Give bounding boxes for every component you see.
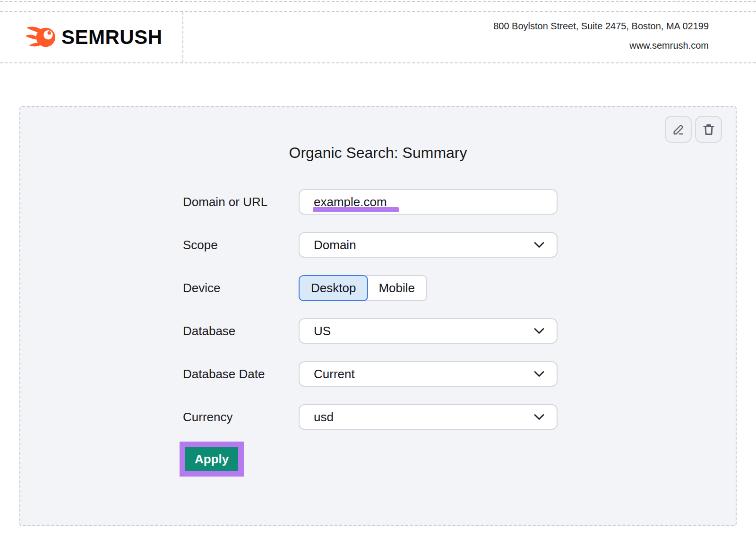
- semrush-logo-text: SEMRUSH: [61, 26, 163, 49]
- chevron-down-icon: [534, 242, 544, 248]
- chevron-down-icon: [534, 328, 544, 334]
- domain-label: Domain or URL: [183, 189, 267, 215]
- chevron-down-icon: [534, 414, 544, 420]
- header-column-divider: [182, 12, 183, 62]
- database-date-select[interactable]: Current: [299, 361, 558, 387]
- field-row-device: Device Desktop Mobile: [20, 275, 736, 302]
- report-header: SEMRUSH 800 Boylston Street, Suite 2475,…: [0, 11, 756, 63]
- widget-card: Organic Search: Summary Domain or URL ex…: [19, 106, 737, 526]
- device-option-desktop[interactable]: Desktop: [299, 275, 368, 301]
- delete-widget-button[interactable]: [695, 116, 722, 143]
- header-contact: 800 Boylston Street, Suite 2475, Boston,…: [493, 20, 709, 51]
- edit-widget-button[interactable]: [665, 116, 692, 143]
- highlight-outline: Apply: [180, 442, 244, 477]
- top-divider: [0, 1, 756, 2]
- database-select[interactable]: US: [299, 318, 558, 344]
- domain-input[interactable]: example.com: [299, 189, 558, 215]
- chevron-down-icon: [534, 371, 544, 377]
- database-date-select-value: Current: [314, 367, 355, 382]
- semrush-flame-icon: [26, 25, 57, 50]
- field-row-database-date: Database Date Current: [20, 361, 736, 388]
- database-date-label: Database Date: [183, 361, 265, 387]
- device-option-mobile[interactable]: Mobile: [364, 275, 427, 301]
- currency-select[interactable]: usd: [299, 404, 558, 430]
- trash-icon: [702, 123, 715, 136]
- company-address: 800 Boylston Street, Suite 2475, Boston,…: [493, 20, 709, 32]
- device-toggle: Desktop Mobile: [299, 275, 427, 301]
- scope-label: Scope: [183, 232, 218, 258]
- highlight-underline: [313, 207, 399, 212]
- company-website: www.semrush.com: [493, 40, 709, 51]
- field-row-database: Database US: [20, 318, 736, 345]
- field-row-currency: Currency usd: [20, 404, 736, 431]
- currency-select-value: usd: [314, 410, 334, 425]
- database-label: Database: [183, 318, 235, 344]
- scope-select[interactable]: Domain: [299, 232, 558, 258]
- widget-actions: [665, 116, 722, 143]
- database-select-value: US: [314, 324, 331, 339]
- pencil-icon: [672, 123, 685, 136]
- field-row-domain: Domain or URL example.com: [20, 189, 736, 216]
- currency-label: Currency: [183, 404, 232, 430]
- widget-title: Organic Search: Summary: [20, 144, 736, 162]
- apply-button[interactable]: Apply: [185, 447, 238, 471]
- device-label: Device: [183, 275, 220, 301]
- semrush-logo: SEMRUSH: [26, 25, 163, 50]
- scope-select-value: Domain: [314, 238, 356, 252]
- field-row-scope: Scope Domain: [20, 232, 736, 259]
